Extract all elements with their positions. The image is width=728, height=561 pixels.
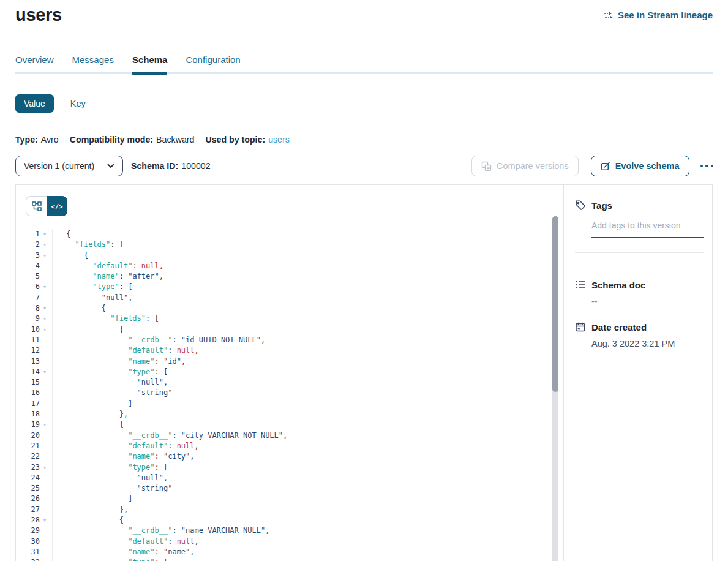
schema-id-label: Schema ID: xyxy=(131,161,178,171)
code-line: 7 "null", xyxy=(16,293,549,303)
code-line: 12 "default": null, xyxy=(16,345,549,356)
schema-doc-value: -- xyxy=(591,296,704,306)
compare-versions-button[interactable]: Compare versions xyxy=(471,156,579,176)
code-line: 10▾ { xyxy=(16,325,549,335)
stream-lineage-link[interactable]: See in Stream lineage xyxy=(603,10,713,20)
line-number: 16 xyxy=(16,388,40,398)
date-created-value: Aug. 3 2022 3:21 PM xyxy=(591,339,704,348)
fold-toggle[interactable]: ▾ xyxy=(40,557,53,561)
code-text: "default": null, xyxy=(53,537,199,547)
calendar-plus-icon xyxy=(575,322,586,333)
code-line: 11 "__crdb__": "id UUID NOT NULL", xyxy=(16,335,549,345)
fold-gutter xyxy=(40,356,53,367)
topic-label: Used by topic: xyxy=(205,135,265,145)
code-line: 17 ] xyxy=(16,399,549,409)
line-number: 3 xyxy=(16,250,40,261)
fold-toggle[interactable]: ▾ xyxy=(40,462,53,473)
topic-link[interactable]: users xyxy=(268,135,290,145)
date-created-title: Date created xyxy=(591,322,647,333)
line-number: 10 xyxy=(16,325,40,335)
meta-compat: Compatibility mode:Backward xyxy=(70,135,195,145)
code-text: "default": null, xyxy=(53,441,199,451)
code-text: ] xyxy=(53,399,132,409)
code-text: { xyxy=(53,229,70,239)
fold-toggle[interactable]: ▾ xyxy=(40,250,53,261)
fold-toggle[interactable]: ▾ xyxy=(40,367,53,377)
code-text: { xyxy=(53,303,106,314)
tree-view-button[interactable] xyxy=(26,196,47,216)
fold-toggle[interactable]: ▾ xyxy=(40,229,53,239)
code-line: 21 "default": null, xyxy=(16,441,549,451)
code-text: ] xyxy=(53,494,132,504)
scrollbar-thumb[interactable] xyxy=(552,216,558,392)
line-number: 14 xyxy=(16,367,40,377)
code-line: 25 "string" xyxy=(16,483,549,494)
code-line: 31 "name": "name", xyxy=(16,547,549,557)
code-text: "fields": [ xyxy=(53,239,124,250)
code-line: 24 "null", xyxy=(16,473,549,483)
code-line: 9▾ "fields": [ xyxy=(16,314,549,324)
tab-configuration[interactable]: Configuration xyxy=(186,55,240,73)
code-line: 5 "name": "after", xyxy=(16,271,549,282)
line-number: 2 xyxy=(16,239,40,250)
code-line: 27 }, xyxy=(16,505,549,515)
code-line: 1▾{ xyxy=(16,229,549,239)
code-text: "__crdb__": "city VARCHAR NOT NULL", xyxy=(53,431,287,441)
line-number: 24 xyxy=(16,473,40,483)
compare-versions-icon xyxy=(481,161,492,171)
tag-icon xyxy=(575,200,586,211)
line-number: 32 xyxy=(16,557,40,561)
code-line: 30 "default": null, xyxy=(16,537,549,547)
add-tags-input[interactable] xyxy=(591,220,704,238)
key-toggle-link[interactable]: Key xyxy=(70,99,86,108)
line-number: 28 xyxy=(16,515,40,525)
edit-schema-icon xyxy=(601,161,610,171)
fold-toggle[interactable]: ▾ xyxy=(40,420,53,430)
line-number: 8 xyxy=(16,303,40,314)
fold-toggle[interactable]: ▾ xyxy=(40,303,53,314)
code-line: 4 "default": null, xyxy=(16,261,549,271)
code-text: "string" xyxy=(53,388,172,398)
doc-list-icon xyxy=(575,279,586,290)
code-lines: 1▾{2▾ "fields": [3▾ {4 "default": null,5… xyxy=(16,229,549,561)
fold-toggle[interactable]: ▾ xyxy=(40,282,53,292)
code-text: "type": [ xyxy=(53,282,132,292)
version-select[interactable]: Version 1 (current) xyxy=(15,156,123,176)
line-number: 23 xyxy=(16,462,40,473)
schema-sidebar: Tags Schema doc -- xyxy=(563,185,712,561)
stream-lineage-label: See in Stream lineage xyxy=(618,10,713,20)
fold-toggle[interactable]: ▾ xyxy=(40,325,53,335)
line-number: 19 xyxy=(16,420,40,430)
fold-toggle[interactable]: ▾ xyxy=(40,314,53,324)
schema-meta: Type:Avro Compatibility mode:Backward Us… xyxy=(15,135,290,145)
code-text: "default": null, xyxy=(53,261,163,271)
code-text: "name": "city", xyxy=(53,451,195,462)
line-number: 30 xyxy=(16,537,40,547)
schema-part-toggle: Value Key xyxy=(15,94,86,113)
fold-gutter xyxy=(40,525,53,536)
fold-gutter xyxy=(40,409,53,420)
tab-messages[interactable]: Messages xyxy=(72,55,114,73)
code-line: 32▾ "type": [ xyxy=(16,557,549,561)
fold-toggle[interactable]: ▾ xyxy=(40,239,53,250)
code-text: { xyxy=(53,420,124,430)
evolve-schema-label: Evolve schema xyxy=(615,161,680,171)
evolve-schema-button[interactable]: Evolve schema xyxy=(591,156,689,176)
tags-title: Tags xyxy=(591,200,612,211)
tab-schema[interactable]: Schema xyxy=(132,55,168,73)
code-line: 28▾ { xyxy=(16,515,549,525)
editor-view-toggle: </> xyxy=(26,196,67,216)
line-number: 31 xyxy=(16,547,40,557)
line-number: 18 xyxy=(16,409,40,420)
code-line: 23▾ "type": [ xyxy=(16,462,549,473)
fold-toggle[interactable]: ▾ xyxy=(40,515,53,525)
code-line: 15 "null", xyxy=(16,377,549,388)
value-toggle-button[interactable]: Value xyxy=(15,94,54,113)
more-options-button[interactable] xyxy=(699,161,715,171)
tab-overview[interactable]: Overview xyxy=(15,55,54,73)
fold-gutter xyxy=(40,345,53,356)
tab-underline xyxy=(15,72,713,74)
schema-id: Schema ID:100002 xyxy=(131,161,211,171)
code-view-button[interactable]: </> xyxy=(47,196,67,216)
line-number: 21 xyxy=(16,441,40,451)
